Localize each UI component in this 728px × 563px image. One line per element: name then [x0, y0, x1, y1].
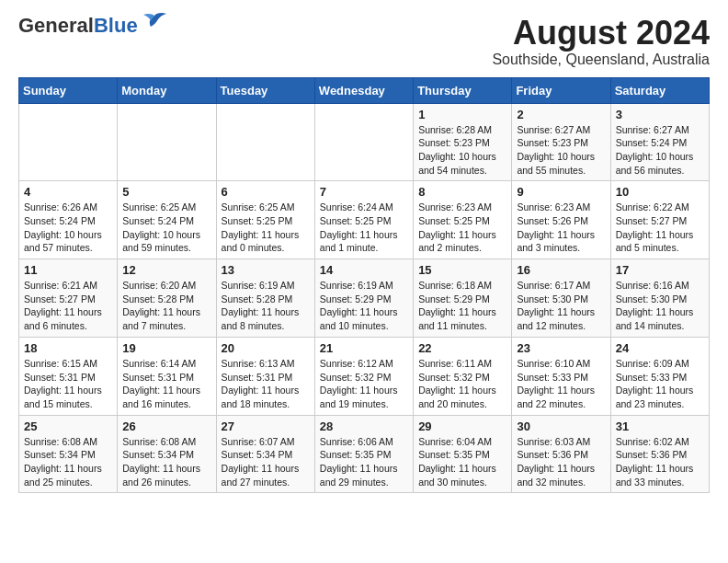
day-number: 4 [24, 185, 112, 199]
calendar-day-cell: 26Sunrise: 6:08 AM Sunset: 5:34 PM Dayli… [118, 415, 216, 493]
calendar-day-cell: 1Sunrise: 6:28 AM Sunset: 5:23 PM Daylig… [414, 103, 512, 181]
day-number: 3 [616, 108, 704, 121]
calendar-day-cell [118, 103, 216, 181]
calendar-day-cell: 14Sunrise: 6:19 AM Sunset: 5:29 PM Dayli… [314, 259, 413, 338]
calendar-day-cell: 29Sunrise: 6:04 AM Sunset: 5:35 PM Dayli… [414, 415, 512, 493]
day-info: Sunrise: 6:25 AM Sunset: 5:25 PM Dayligh… [222, 201, 310, 255]
days-of-week-row: SundayMondayTuesdayWednesdayThursdayFrid… [19, 77, 710, 103]
day-info: Sunrise: 6:08 AM Sunset: 5:34 PM Dayligh… [122, 435, 210, 489]
calendar-day-cell: 7Sunrise: 6:24 AM Sunset: 5:25 PM Daylig… [314, 181, 413, 259]
calendar-day-cell: 22Sunrise: 6:11 AM Sunset: 5:32 PM Dayli… [414, 337, 512, 415]
day-info: Sunrise: 6:10 AM Sunset: 5:33 PM Dayligh… [517, 357, 605, 411]
day-number: 11 [24, 263, 112, 277]
day-info: Sunrise: 6:03 AM Sunset: 5:36 PM Dayligh… [517, 435, 605, 489]
calendar-week-row: 18Sunrise: 6:15 AM Sunset: 5:31 PM Dayli… [19, 337, 710, 415]
day-info: Sunrise: 6:18 AM Sunset: 5:29 PM Dayligh… [418, 279, 506, 333]
day-number: 14 [320, 263, 408, 277]
day-info: Sunrise: 6:23 AM Sunset: 5:26 PM Dayligh… [517, 201, 605, 255]
day-number: 19 [122, 341, 210, 355]
day-info: Sunrise: 6:15 AM Sunset: 5:31 PM Dayligh… [24, 357, 112, 411]
day-number: 8 [418, 185, 506, 199]
day-info: Sunrise: 6:14 AM Sunset: 5:31 PM Dayligh… [122, 357, 210, 411]
day-info: Sunrise: 6:09 AM Sunset: 5:33 PM Dayligh… [616, 357, 704, 411]
day-of-week-header: Wednesday [314, 77, 413, 103]
day-info: Sunrise: 6:04 AM Sunset: 5:35 PM Dayligh… [418, 435, 506, 489]
day-number: 7 [320, 185, 408, 199]
day-number: 1 [418, 108, 506, 121]
calendar-day-cell: 28Sunrise: 6:06 AM Sunset: 5:35 PM Dayli… [314, 415, 413, 493]
calendar-day-cell: 19Sunrise: 6:14 AM Sunset: 5:31 PM Dayli… [118, 337, 216, 415]
calendar-day-cell: 18Sunrise: 6:15 AM Sunset: 5:31 PM Dayli… [19, 337, 118, 415]
day-number: 13 [222, 263, 310, 277]
day-info: Sunrise: 6:02 AM Sunset: 5:36 PM Dayligh… [616, 435, 704, 489]
day-number: 12 [122, 263, 210, 277]
calendar-day-cell: 5Sunrise: 6:25 AM Sunset: 5:24 PM Daylig… [118, 181, 216, 259]
day-info: Sunrise: 6:11 AM Sunset: 5:32 PM Dayligh… [418, 357, 506, 411]
calendar-week-row: 4Sunrise: 6:26 AM Sunset: 5:24 PM Daylig… [19, 181, 710, 259]
calendar-week-row: 25Sunrise: 6:08 AM Sunset: 5:34 PM Dayli… [19, 415, 710, 493]
day-number: 27 [222, 419, 310, 433]
day-info: Sunrise: 6:17 AM Sunset: 5:30 PM Dayligh… [517, 279, 605, 333]
page-title: August 2024 [492, 15, 710, 52]
day-number: 24 [616, 341, 704, 355]
day-number: 30 [517, 419, 605, 433]
calendar-day-cell: 24Sunrise: 6:09 AM Sunset: 5:33 PM Dayli… [610, 337, 709, 415]
day-of-week-header: Sunday [19, 77, 118, 103]
calendar-day-cell: 27Sunrise: 6:07 AM Sunset: 5:34 PM Dayli… [216, 415, 314, 493]
title-block: August 2024 Southside, Queensland, Austr… [492, 15, 710, 68]
day-info: Sunrise: 6:19 AM Sunset: 5:29 PM Dayligh… [320, 279, 408, 333]
calendar-day-cell: 9Sunrise: 6:23 AM Sunset: 5:26 PM Daylig… [512, 181, 610, 259]
calendar-week-row: 11Sunrise: 6:21 AM Sunset: 5:27 PM Dayli… [19, 259, 710, 338]
day-of-week-header: Thursday [414, 77, 512, 103]
day-info: Sunrise: 6:07 AM Sunset: 5:34 PM Dayligh… [222, 435, 310, 489]
day-number: 21 [320, 341, 408, 355]
day-info: Sunrise: 6:08 AM Sunset: 5:34 PM Dayligh… [24, 435, 112, 489]
day-info: Sunrise: 6:12 AM Sunset: 5:32 PM Dayligh… [320, 357, 408, 411]
calendar-day-cell: 20Sunrise: 6:13 AM Sunset: 5:31 PM Dayli… [216, 337, 314, 415]
day-number: 16 [517, 263, 605, 277]
day-info: Sunrise: 6:23 AM Sunset: 5:25 PM Dayligh… [418, 201, 506, 255]
calendar-day-cell [19, 103, 118, 181]
page-header: GeneralBlue August 2024 Southside, Queen… [18, 15, 710, 68]
day-info: Sunrise: 6:19 AM Sunset: 5:28 PM Dayligh… [222, 279, 310, 333]
day-number: 2 [517, 108, 605, 121]
day-of-week-header: Monday [118, 77, 216, 103]
day-number: 22 [418, 341, 506, 355]
logo-bird-icon [142, 12, 167, 32]
day-number: 26 [122, 419, 210, 433]
calendar-day-cell [216, 103, 314, 181]
calendar-day-cell: 23Sunrise: 6:10 AM Sunset: 5:33 PM Dayli… [512, 337, 610, 415]
day-info: Sunrise: 6:22 AM Sunset: 5:27 PM Dayligh… [616, 201, 704, 255]
day-number: 6 [222, 185, 310, 199]
day-number: 23 [517, 341, 605, 355]
calendar-day-cell: 13Sunrise: 6:19 AM Sunset: 5:28 PM Dayli… [216, 259, 314, 338]
calendar-day-cell: 3Sunrise: 6:27 AM Sunset: 5:24 PM Daylig… [610, 103, 709, 181]
calendar-day-cell: 11Sunrise: 6:21 AM Sunset: 5:27 PM Dayli… [19, 259, 118, 338]
day-info: Sunrise: 6:24 AM Sunset: 5:25 PM Dayligh… [320, 201, 408, 255]
day-info: Sunrise: 6:25 AM Sunset: 5:24 PM Dayligh… [122, 201, 210, 255]
day-number: 25 [24, 419, 112, 433]
calendar-day-cell: 12Sunrise: 6:20 AM Sunset: 5:28 PM Dayli… [118, 259, 216, 338]
day-info: Sunrise: 6:13 AM Sunset: 5:31 PM Dayligh… [222, 357, 310, 411]
day-info: Sunrise: 6:16 AM Sunset: 5:30 PM Dayligh… [616, 279, 704, 333]
calendar-day-cell: 4Sunrise: 6:26 AM Sunset: 5:24 PM Daylig… [19, 181, 118, 259]
day-info: Sunrise: 6:28 AM Sunset: 5:23 PM Dayligh… [418, 123, 506, 178]
day-info: Sunrise: 6:27 AM Sunset: 5:23 PM Dayligh… [517, 123, 605, 178]
day-info: Sunrise: 6:20 AM Sunset: 5:28 PM Dayligh… [122, 279, 210, 333]
day-of-week-header: Saturday [610, 77, 709, 103]
day-number: 5 [122, 185, 210, 199]
calendar-day-cell: 8Sunrise: 6:23 AM Sunset: 5:25 PM Daylig… [414, 181, 512, 259]
day-info: Sunrise: 6:27 AM Sunset: 5:24 PM Dayligh… [616, 123, 704, 178]
calendar-day-cell: 10Sunrise: 6:22 AM Sunset: 5:27 PM Dayli… [610, 181, 709, 259]
calendar-day-cell: 15Sunrise: 6:18 AM Sunset: 5:29 PM Dayli… [414, 259, 512, 338]
calendar-day-cell: 17Sunrise: 6:16 AM Sunset: 5:30 PM Dayli… [610, 259, 709, 338]
calendar-day-cell: 21Sunrise: 6:12 AM Sunset: 5:32 PM Dayli… [314, 337, 413, 415]
calendar-header: SundayMondayTuesdayWednesdayThursdayFrid… [19, 77, 710, 103]
day-number: 29 [418, 419, 506, 433]
day-of-week-header: Friday [512, 77, 610, 103]
day-info: Sunrise: 6:06 AM Sunset: 5:35 PM Dayligh… [320, 435, 408, 489]
day-info: Sunrise: 6:26 AM Sunset: 5:24 PM Dayligh… [24, 201, 112, 255]
calendar-day-cell: 6Sunrise: 6:25 AM Sunset: 5:25 PM Daylig… [216, 181, 314, 259]
day-info: Sunrise: 6:21 AM Sunset: 5:27 PM Dayligh… [24, 279, 112, 333]
calendar-day-cell [314, 103, 413, 181]
